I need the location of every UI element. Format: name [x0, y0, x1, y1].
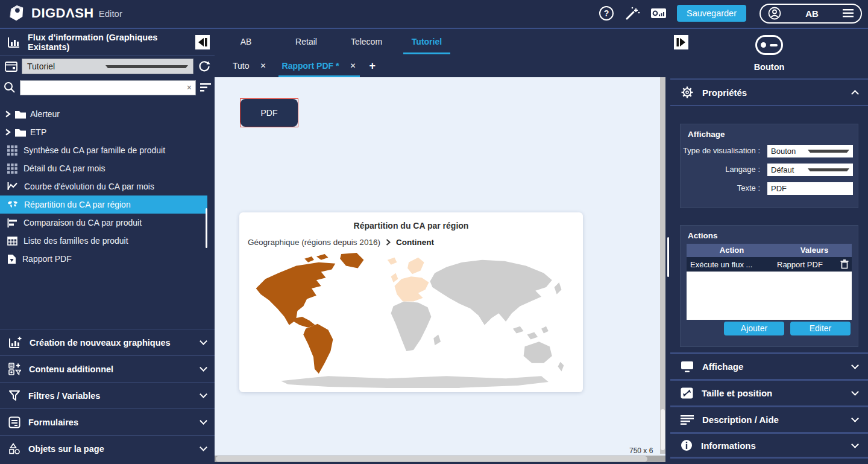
flows-panel-header: Flux d'information (Graphiques Existants… — [0, 29, 215, 56]
tree-item-label: Répartition du CA par région — [24, 200, 131, 209]
actions-table-header: Action Valeurs — [687, 244, 852, 257]
section-forms[interactable]: Formulaires — [0, 408, 215, 435]
main-area: AB Retail Telecom Tutoriel Tuto ✕ Rappor… — [215, 29, 665, 464]
horizontal-bars-icon — [7, 218, 17, 227]
section-label: Objets sur la page — [28, 444, 201, 454]
left-sidebar: Flux d'information (Graphiques Existants… — [0, 29, 215, 464]
page-canvas[interactable]: PDF Répartition du CA par région Géograp… — [215, 77, 665, 462]
tree-item-label: Rapport PDF — [22, 254, 72, 264]
subtab-label: Tuto — [233, 61, 250, 71]
resize-icon — [681, 387, 693, 399]
folder-icon — [14, 127, 27, 137]
topbar: DIGDΛSH Editor ? Sauvegarder — [0, 0, 868, 29]
grid-icon — [7, 164, 17, 174]
search-input[interactable] — [20, 81, 195, 95]
refresh-icon[interactable] — [198, 60, 211, 73]
chart-card[interactable]: Répartition du CA par région Géographiqu… — [239, 212, 583, 392]
text-input[interactable]: PDF — [767, 182, 853, 195]
tab-retail[interactable]: Retail — [276, 29, 336, 54]
horizontal-scrollbar-thumb[interactable] — [216, 456, 647, 462]
section-page-objects[interactable]: Objets sur la page — [0, 435, 215, 462]
tab-ab[interactable]: AB — [216, 29, 276, 54]
collapse-left-panel-icon[interactable] — [195, 35, 210, 49]
world-map-chart[interactable] — [245, 250, 577, 389]
edit-action-button[interactable]: Editer — [790, 322, 851, 335]
chevron-down-icon — [851, 361, 859, 369]
magic-wand-icon[interactable] — [624, 5, 640, 21]
map-americas — [256, 253, 364, 373]
page-subtabs: Tuto ✕ Rapport PDF * ✕ + — [215, 54, 665, 77]
pdf-widget-button[interactable]: PDF — [241, 99, 298, 127]
right-splitter-handle[interactable] — [667, 237, 669, 277]
section-label: Création de nouveaux graphiques — [30, 338, 201, 348]
tree-item-label: Liste des familles de produit — [24, 236, 128, 246]
tree-item-chart[interactable]: Courbe d'évolution du CA par mois — [0, 177, 215, 195]
text-lines-icon — [681, 415, 694, 425]
section-informations[interactable]: Informations — [670, 432, 868, 459]
section-filters-variables[interactable]: Filtres / Variables — [0, 382, 215, 408]
world-map-icon — [7, 200, 18, 209]
column-header-action: Action — [687, 244, 777, 257]
tab-tutoriel[interactable]: Tutoriel — [397, 29, 457, 54]
visualization-type-select[interactable]: Bouton — [767, 145, 853, 157]
tab-telecom[interactable]: Telecom — [336, 29, 397, 54]
section-size-position[interactable]: Taille et position — [670, 379, 868, 405]
vertical-scrollbar[interactable] — [660, 77, 665, 454]
divider — [670, 105, 868, 106]
language-select[interactable]: Défaut — [767, 164, 853, 176]
section-additional-content[interactable]: Contenu additionnel — [0, 355, 215, 382]
tree-item-chart[interactable]: Comparaison du CA par produit — [0, 214, 215, 232]
subtab-tuto[interactable]: Tuto ✕ — [229, 54, 270, 77]
shapes-icon — [8, 443, 20, 455]
subtab-rapport-pdf[interactable]: Rapport PDF * ✕ — [278, 54, 360, 77]
left-splitter-handle[interactable] — [206, 208, 207, 248]
chevron-right-icon[interactable] — [5, 110, 11, 118]
user-menu[interactable]: AB — [760, 4, 862, 24]
vertical-scrollbar-thumb[interactable] — [661, 409, 665, 450]
selected-widget-outline[interactable]: PDF — [240, 98, 298, 127]
clear-search-icon[interactable]: × — [187, 83, 192, 92]
properties-section-header[interactable]: Propriétés — [670, 80, 868, 105]
filter-list-icon[interactable] — [200, 83, 211, 92]
tree-item-label: Détail du CA par mois — [24, 164, 105, 173]
section-description-help[interactable]: Description / Aide — [670, 405, 868, 432]
field-label: Type de visualisation : — [683, 146, 760, 156]
line-chart-icon — [7, 182, 18, 191]
tree-item-folder[interactable]: ETP — [0, 123, 215, 141]
chart-title: Répartition du CA par région — [239, 212, 583, 230]
section-display[interactable]: Affichage — [670, 352, 868, 379]
save-button[interactable]: Sauvegarder — [677, 5, 746, 22]
close-tab-icon[interactable]: ✕ — [260, 62, 266, 70]
brand-name: DIGDΛSH — [31, 5, 94, 21]
tree-item-folder[interactable]: Alerteur — [0, 105, 215, 123]
flow-folder-select[interactable]: Tutoriel — [22, 59, 193, 74]
section-create-charts[interactable]: Création de nouveaux graphiques — [0, 329, 215, 355]
map-antarctica — [281, 376, 549, 388]
values-cell: Rapport PDF — [777, 260, 840, 269]
chevron-down-icon — [200, 417, 207, 425]
tree-item-chart-selected[interactable]: Répartition du CA par région — [0, 195, 207, 214]
monitor-icon — [681, 361, 694, 373]
breadcrumb-root[interactable]: Géographique (régions depuis 2016) — [248, 238, 380, 247]
help-icon[interactable]: ? — [599, 6, 614, 21]
tree-item-chart[interactable]: Détail du CA par mois — [0, 159, 215, 177]
chevron-right-icon[interactable] — [5, 129, 11, 136]
hamburger-menu-icon[interactable] — [843, 9, 854, 17]
horizontal-scrollbar[interactable] — [215, 456, 665, 462]
bar-chart-icon — [7, 36, 20, 48]
report-console-icon[interactable] — [651, 8, 666, 19]
table-row[interactable]: Exécute un flux ... Rapport PDF — [687, 257, 852, 272]
sidebar-sections: Création de nouveaux graphiques Contenu … — [0, 329, 215, 462]
tree-item-chart[interactable]: Synthèse du CA par famille de produit — [0, 141, 215, 159]
close-tab-icon[interactable]: ✕ — [350, 62, 356, 70]
field-label: Langage : — [683, 165, 760, 174]
new-tab-button[interactable]: + — [370, 60, 376, 72]
add-action-button[interactable]: Ajouter — [724, 322, 784, 335]
tree-item-chart[interactable]: Liste des familles de produit — [0, 232, 215, 250]
tree-item-chart[interactable]: Rapport PDF — [0, 250, 215, 268]
portfolio-icon — [5, 61, 17, 72]
search-row: × — [0, 77, 215, 98]
select-value: Défaut — [771, 165, 808, 174]
trash-icon[interactable] — [840, 259, 849, 269]
action-cell: Exécute un flux ... — [687, 260, 777, 269]
